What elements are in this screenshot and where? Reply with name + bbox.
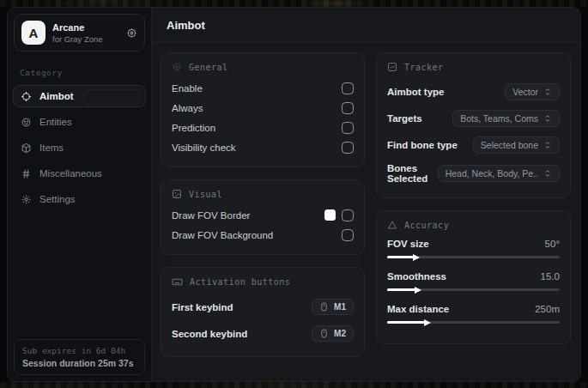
dropdown-value: Selected bone bbox=[481, 140, 538, 150]
gear-icon[interactable] bbox=[126, 27, 137, 39]
setting-row-always: Always bbox=[172, 98, 354, 118]
slider-thumb[interactable] bbox=[415, 287, 421, 294]
sidebar-item-aimbot[interactable]: Aimbot bbox=[13, 85, 146, 107]
setting-row-targets: Targets Bots, Teams, Coms bbox=[387, 105, 560, 131]
first-keybind-button[interactable]: M1 bbox=[312, 299, 354, 315]
setting-label: Always bbox=[172, 103, 203, 113]
dropdown-value: Vector bbox=[512, 87, 538, 97]
card-title: Visual bbox=[189, 190, 222, 199]
prediction-checkbox[interactable] bbox=[342, 122, 354, 134]
sidebar-item-settings[interactable]: Settings bbox=[13, 188, 146, 210]
chevrons-up-down-icon bbox=[543, 114, 552, 123]
setting-label: Second keybind bbox=[172, 329, 247, 339]
settings-gear-icon bbox=[21, 194, 32, 205]
setting-row-second-keybind: Second keybind M2 bbox=[172, 320, 354, 347]
sidebar-item-miscellaneous[interactable]: Miscellaneous bbox=[13, 162, 146, 185]
hash-icon bbox=[21, 168, 32, 179]
setting-row-enable: Enable bbox=[172, 78, 354, 98]
slider-value: 15.0 bbox=[541, 271, 560, 282]
keyboard-icon bbox=[172, 276, 183, 288]
crosshair-icon bbox=[21, 91, 32, 102]
session-duration-text: Session duration 25m 37s bbox=[22, 358, 136, 368]
setting-label: Visibility check bbox=[172, 142, 236, 153]
setting-row-draw-fov-background: Draw FOV Background bbox=[172, 225, 354, 245]
sidebar-item-label: Miscellaneous bbox=[39, 168, 102, 179]
sidebar-item-label: Settings bbox=[39, 194, 76, 204]
fov-border-color-swatch[interactable] bbox=[324, 209, 336, 221]
enable-checkbox[interactable] bbox=[342, 82, 354, 94]
brand-logo: A bbox=[21, 21, 45, 45]
slider-thumb[interactable] bbox=[413, 254, 420, 261]
find-bone-type-dropdown[interactable]: Selected bone bbox=[473, 136, 560, 154]
mouse-icon bbox=[319, 329, 329, 338]
always-checkbox[interactable] bbox=[342, 102, 354, 114]
setting-label: Prediction bbox=[172, 123, 215, 133]
faint-watermark-badge bbox=[83, 89, 140, 105]
draw-fov-background-checkbox[interactable] bbox=[342, 229, 354, 241]
dropdown-value: Head, Neck, Body, Pe.. bbox=[446, 168, 538, 179]
sidebar-item-label: Items bbox=[39, 142, 64, 153]
crosshair-dashed-icon bbox=[172, 62, 182, 72]
slider-value: 250m bbox=[535, 304, 560, 314]
slider-value: 50° bbox=[545, 239, 560, 249]
setting-label: Draw FOV Border bbox=[172, 210, 250, 221]
entity-icon bbox=[21, 117, 32, 128]
visibility-check-checkbox[interactable] bbox=[342, 142, 354, 154]
sidebar-item-label: Entities bbox=[39, 117, 72, 127]
chevrons-up-down-icon bbox=[543, 141, 552, 149]
sidebar-item-items[interactable]: Items bbox=[13, 136, 146, 159]
max-distance-slider[interactable] bbox=[387, 321, 560, 324]
setting-row-bones-selected: Bones Selected Head, Neck, Body, Pe.. bbox=[387, 158, 560, 188]
sidebar-item-entities[interactable]: Entities bbox=[13, 111, 146, 133]
chevrons-up-down-icon bbox=[543, 88, 552, 96]
bones-selected-dropdown[interactable]: Head, Neck, Body, Pe.. bbox=[438, 165, 560, 182]
mouse-icon bbox=[319, 302, 329, 312]
setting-label: Smoothness bbox=[387, 271, 446, 282]
setting-label: Bones Selected bbox=[387, 163, 438, 184]
fov-size-slider[interactable] bbox=[387, 256, 560, 258]
setting-row-find-bone-type: Find bone type Selected bone bbox=[387, 131, 560, 158]
keybind-value: M1 bbox=[334, 302, 346, 312]
package-icon bbox=[21, 142, 32, 154]
sidebar: A Arcane for Gray Zone Category Aimbot bbox=[8, 8, 152, 381]
fov-size-slider-group: FOV size 50° bbox=[387, 236, 560, 269]
max-distance-slider-group: Max distance 250m bbox=[387, 301, 560, 334]
smoothness-slider-group: Smoothness 15.0 bbox=[387, 269, 560, 301]
setting-label: First keybind bbox=[172, 302, 233, 312]
brand-text: Arcane for Gray Zone bbox=[52, 22, 119, 44]
category-label: Category bbox=[20, 68, 139, 77]
setting-row-visibility-check: Visibility check bbox=[172, 137, 354, 157]
draw-fov-border-checkbox[interactable] bbox=[342, 209, 354, 221]
setting-label: Find bone type bbox=[387, 140, 458, 150]
left-column: General Enable Always Prediction bbox=[161, 52, 365, 373]
smoothness-slider[interactable] bbox=[387, 288, 560, 291]
setting-row-draw-fov-border: Draw FOV Border bbox=[172, 205, 354, 225]
setting-label: FOV size bbox=[387, 239, 429, 249]
brand-card: A Arcane for Gray Zone bbox=[14, 14, 145, 52]
card-title: General bbox=[189, 63, 228, 72]
setting-row-aimbot-type: Aimbot type Vector bbox=[387, 78, 560, 105]
brand-name: Arcane bbox=[52, 22, 119, 33]
sub-expires-text: Sub expires in 6d 04h bbox=[22, 346, 136, 355]
background-texture-top bbox=[0, 0, 588, 7]
setting-row-prediction: Prediction bbox=[172, 118, 354, 137]
triangle-icon bbox=[387, 220, 397, 230]
subscription-info-box: Sub expires in 6d 04h Session duration 2… bbox=[14, 339, 145, 375]
sidebar-nav: Aimbot Entities Items Miscellaneous bbox=[8, 85, 151, 210]
card-title: Tracker bbox=[404, 63, 444, 72]
sidebar-item-label: Aimbot bbox=[39, 91, 74, 101]
right-column: Tracker Aimbot type Vector Targets bbox=[376, 52, 571, 373]
keybind-value: M2 bbox=[334, 329, 346, 338]
general-card: General Enable Always Prediction bbox=[161, 52, 365, 167]
second-keybind-button[interactable]: M2 bbox=[312, 325, 354, 342]
setting-label: Enable bbox=[172, 83, 203, 94]
brand-subtitle: for Gray Zone bbox=[52, 34, 119, 44]
aimbot-type-dropdown[interactable]: Vector bbox=[505, 83, 560, 100]
targets-dropdown[interactable]: Bots, Teams, Coms bbox=[452, 110, 560, 127]
setting-label: Max distance bbox=[387, 304, 449, 314]
tracker-card: Tracker Aimbot type Vector Targets bbox=[376, 52, 571, 198]
image-icon bbox=[172, 189, 182, 199]
setting-label: Targets bbox=[387, 113, 422, 124]
slider-thumb[interactable] bbox=[424, 319, 431, 326]
content-area: General Enable Always Prediction bbox=[152, 43, 580, 381]
